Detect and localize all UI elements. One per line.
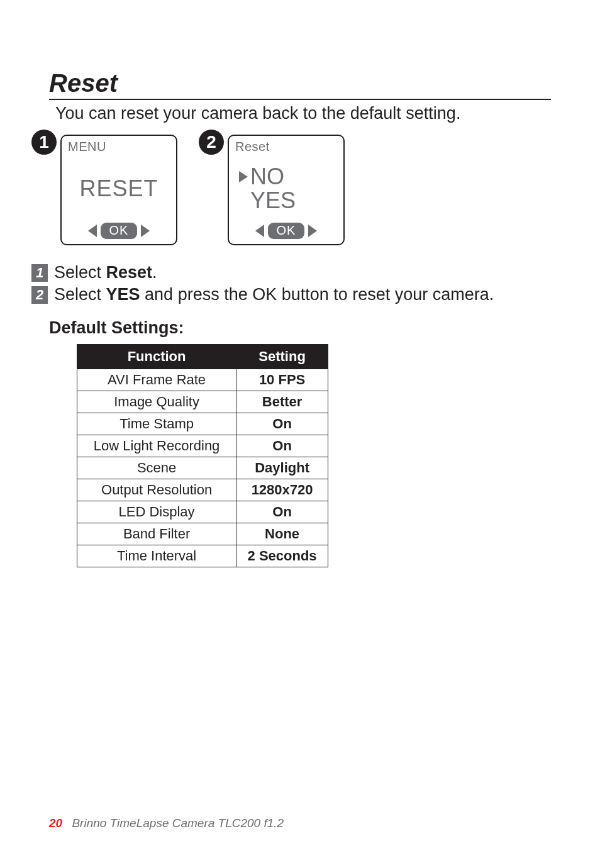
section-heading: Reset: [49, 69, 551, 100]
step-line-2: 2 Select YES and press the OK button to …: [31, 285, 551, 304]
cell-function: LED Display: [77, 501, 236, 523]
screen-group-1: 1 MENU RESET OK: [31, 135, 177, 245]
cell-function: Image Quality: [77, 391, 236, 413]
table-row: AVI Frame Rate10 FPS: [77, 369, 328, 391]
cell-setting: On: [236, 413, 328, 435]
table-row: Low Light RecordingOn: [77, 435, 328, 457]
nav-right-icon[interactable]: [308, 225, 317, 237]
intro-text: You can reset your camera back to the de…: [55, 104, 551, 123]
footer-title: Brinno TimeLapse Camera TLC200 f1.2: [72, 816, 284, 830]
cell-setting: On: [236, 501, 328, 523]
step-instructions: 1 Select Reset. 2 Select YES and press t…: [31, 263, 551, 304]
cell-setting: None: [236, 523, 328, 545]
step-2-bold: YES: [106, 285, 140, 304]
option-yes: YES: [250, 189, 296, 213]
step-1-pre: Select: [54, 263, 106, 282]
table-row: Band FilterNone: [77, 523, 328, 545]
lcd-title: MENU: [68, 140, 170, 154]
table-row: Output Resolution1280x720: [77, 479, 328, 501]
step-bubble-2: 2: [199, 130, 224, 155]
nav-left-icon[interactable]: [88, 225, 97, 237]
lcd-main-text: RESET: [79, 175, 158, 202]
step-1-bold: Reset: [106, 263, 153, 282]
col-header-function: Function: [77, 345, 236, 369]
table-row: LED DisplayOn: [77, 501, 328, 523]
step-1-text: Select Reset.: [54, 263, 157, 282]
lcd-screen-reset: Reset NO YES OK: [228, 135, 345, 245]
lcd-body: NO YES: [235, 157, 337, 220]
lcd-screen-menu: MENU RESET OK: [60, 135, 177, 245]
cell-function: Output Resolution: [77, 479, 236, 501]
nav-left-icon[interactable]: [255, 225, 264, 237]
ok-nav-row: OK: [68, 223, 170, 239]
table-row: Time StampOn: [77, 413, 328, 435]
screen-group-2: 2 Reset NO YES OK: [199, 135, 345, 245]
cell-function: Time Stamp: [77, 413, 236, 435]
cell-function: Band Filter: [77, 523, 236, 545]
default-settings-heading: Default Settings:: [49, 318, 551, 338]
lcd-title: Reset: [235, 140, 337, 154]
page-number: 20: [49, 816, 62, 830]
cell-function: AVI Frame Rate: [77, 369, 236, 391]
step-number-2: 2: [31, 286, 48, 304]
step-2-text: Select YES and press the OK button to re…: [54, 285, 494, 304]
cell-setting: On: [236, 435, 328, 457]
page-footer: 20 Brinno TimeLapse Camera TLC200 f1.2: [49, 816, 284, 830]
cell-setting: 1280x720: [236, 479, 328, 501]
table-row: Image QualityBetter: [77, 391, 328, 413]
lcd-body: RESET: [68, 157, 170, 220]
cell-function: Time Interval: [77, 545, 236, 567]
step-1-post: .: [152, 263, 157, 282]
col-header-setting: Setting: [236, 345, 328, 369]
step-number-1: 1: [31, 264, 48, 282]
cell-setting: Better: [236, 391, 328, 413]
cell-setting: 2 Seconds: [236, 545, 328, 567]
cell-function: Low Light Recording: [77, 435, 236, 457]
cell-setting: Daylight: [236, 457, 328, 479]
option-yes-row[interactable]: YES: [239, 189, 296, 213]
ok-button[interactable]: OK: [268, 223, 305, 239]
cell-function: Scene: [77, 457, 236, 479]
screens-row: 1 MENU RESET OK 2 Reset NO: [31, 135, 551, 245]
option-no-row[interactable]: NO: [239, 165, 284, 189]
option-no: NO: [250, 165, 284, 189]
step-bubble-1: 1: [31, 130, 57, 155]
step-line-1: 1 Select Reset.: [31, 263, 551, 282]
step-2-pre: Select: [54, 285, 106, 304]
nav-right-icon[interactable]: [141, 225, 150, 237]
ok-nav-row: OK: [235, 223, 337, 239]
ok-button[interactable]: OK: [101, 223, 138, 239]
step-2-post: and press the OK button to reset your ca…: [140, 285, 494, 304]
default-settings-table: Function Setting AVI Frame Rate10 FPS Im…: [77, 344, 328, 567]
table-row: Time Interval2 Seconds: [77, 545, 328, 567]
selection-arrow-icon: [239, 171, 248, 182]
table-row: SceneDaylight: [77, 457, 328, 479]
cell-setting: 10 FPS: [236, 369, 328, 391]
